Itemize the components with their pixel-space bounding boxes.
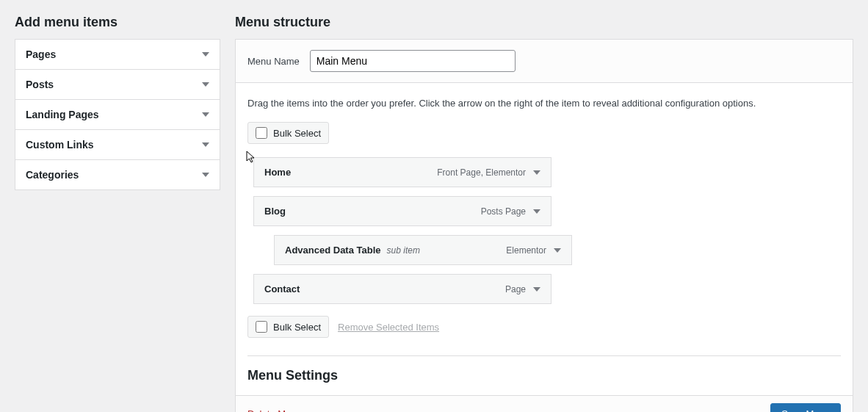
save-menu-button[interactable]: Save Menu: [770, 403, 841, 412]
chevron-down-icon[interactable]: [533, 170, 540, 175]
accordion-categories[interactable]: Categories: [15, 160, 220, 189]
accordion-label: Posts: [26, 79, 54, 90]
chevron-down-icon[interactable]: [554, 248, 561, 253]
add-items-accordion: Pages Posts Landing Pages Custom Links C…: [15, 39, 220, 190]
chevron-down-icon: [202, 52, 209, 57]
menu-name-label: Menu Name: [247, 56, 300, 67]
menu-item-blog[interactable]: Blog Posts Page: [253, 196, 551, 226]
accordion-label: Landing Pages: [26, 109, 99, 120]
chevron-down-icon: [202, 112, 209, 117]
panel-header: Menu Name: [236, 40, 853, 83]
bulk-select-checkbox[interactable]: [256, 127, 267, 139]
instructions-text: Drag the items into the order you prefer…: [247, 98, 841, 109]
menu-item-type: Elementor: [506, 245, 546, 256]
chevron-down-icon: [202, 82, 209, 87]
delete-menu-link[interactable]: Delete Menu: [247, 408, 302, 412]
menu-items-list: Home Front Page, Elementor Blog Posts Pa…: [253, 157, 841, 304]
accordion-label: Custom Links: [26, 139, 94, 151]
menu-item-title: Home: [264, 167, 291, 178]
accordion-label: Pages: [26, 48, 56, 60]
remove-selected-link[interactable]: Remove Selected Items: [338, 322, 439, 333]
accordion-label: Categories: [26, 169, 79, 181]
menu-item-home[interactable]: Home Front Page, Elementor: [253, 157, 551, 187]
accordion-pages[interactable]: Pages: [15, 40, 220, 70]
bulk-select-bottom[interactable]: Bulk Select: [247, 316, 329, 338]
accordion-custom-links[interactable]: Custom Links: [15, 130, 220, 160]
menu-settings-heading: Menu Settings: [247, 355, 841, 383]
menu-structure-heading: Menu structure: [235, 15, 853, 30]
panel-footer: Delete Menu Save Menu: [236, 395, 853, 412]
menu-structure-panel: Menu Name Drag the items into the order …: [235, 39, 853, 412]
chevron-down-icon[interactable]: [533, 287, 540, 292]
menu-name-input[interactable]: [310, 50, 516, 72]
bulk-select-top[interactable]: Bulk Select: [247, 122, 329, 144]
menu-item-title: Blog: [264, 206, 286, 217]
accordion-posts[interactable]: Posts: [15, 70, 220, 100]
chevron-down-icon: [202, 173, 209, 177]
bulk-select-label: Bulk Select: [273, 128, 321, 139]
menu-item-type: Front Page, Elementor: [437, 167, 526, 178]
chevron-down-icon: [202, 142, 209, 147]
menu-item-contact[interactable]: Contact Page: [253, 274, 551, 304]
accordion-landing-pages[interactable]: Landing Pages: [15, 100, 220, 130]
menu-item-type: Posts Page: [481, 206, 526, 217]
chevron-down-icon[interactable]: [533, 209, 540, 214]
add-items-heading: Add menu items: [15, 15, 220, 30]
bulk-select-checkbox[interactable]: [256, 321, 267, 333]
bulk-select-label: Bulk Select: [273, 322, 321, 333]
menu-item-type: Page: [505, 284, 526, 294]
menu-item-title: Advanced Data Table: [285, 245, 381, 256]
menu-item-title: Contact: [264, 283, 300, 294]
menu-item-advanced-data-table[interactable]: Advanced Data Table sub item Elementor: [274, 235, 572, 265]
menu-item-sub-label: sub item: [387, 245, 420, 256]
